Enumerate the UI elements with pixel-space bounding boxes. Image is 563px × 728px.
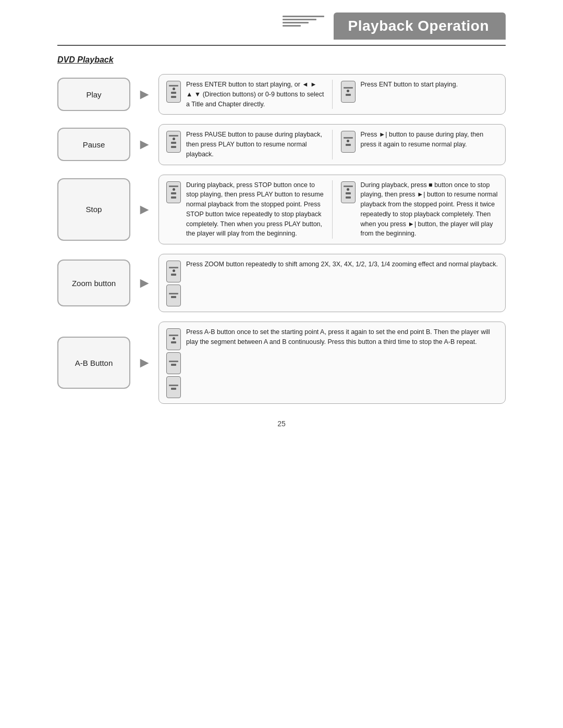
play-divider	[332, 80, 333, 109]
stop-right-text: During playback, press ■ button once to …	[361, 180, 499, 239]
page-title: Playback Operation	[334, 13, 506, 40]
ab-info-left: Press A-B button once to set the startin…	[165, 327, 499, 398]
section-title: DVD Playback	[57, 55, 506, 65]
play-info-left: Press ENTER button to start playing, or …	[165, 80, 325, 109]
play-arrow: ►	[130, 86, 158, 103]
pause-right-text: Press ►| button to pause during play, th…	[361, 130, 499, 150]
ab-info-box: Press A-B button once to set the startin…	[158, 322, 506, 404]
stop-remote-icon-right	[340, 180, 357, 203]
ab-button-box: A-B Button	[57, 337, 130, 389]
zoom-info-box: Press ZOOM button repeatedly to shift am…	[158, 254, 506, 312]
zoom-arrow: ►	[130, 275, 158, 291]
zoom-left-text: Press ZOOM button repeatedly to shift am…	[186, 260, 499, 269]
pause-divider	[332, 130, 333, 159]
play-row: Play ► Press ENTER button to start playi…	[57, 74, 506, 115]
zoom-info-left: Press ZOOM button repeatedly to shift am…	[165, 260, 499, 306]
page-number: 25	[57, 419, 506, 428]
stop-info-right: During playback, press ■ button once to …	[340, 180, 499, 239]
ab-arrow: ►	[130, 354, 158, 371]
stop-divider	[332, 180, 333, 239]
header-lines	[283, 16, 324, 28]
pause-arrow: ►	[130, 136, 158, 153]
ab-remote-icon	[165, 327, 182, 398]
stop-left-text: During playback, press STOP button once …	[186, 180, 325, 239]
stop-button-box: Stop	[57, 178, 130, 241]
zoom-label: Zoom button	[72, 279, 116, 288]
ab-label: A-B Button	[75, 359, 113, 367]
stop-arrow: ►	[130, 201, 158, 218]
ab-row: A-B Button ►	[57, 322, 506, 404]
pause-left-text: Press PAUSE button to pause during playb…	[186, 130, 325, 159]
ab-left-text: Press A-B button once to set the startin…	[186, 327, 499, 347]
play-right-text: Press ENT button to start playing.	[361, 80, 499, 90]
stop-row: Stop ► During playback, press STOP butto…	[57, 175, 506, 245]
play-remote-icon-left	[165, 80, 182, 103]
stop-label: Stop	[86, 205, 102, 214]
zoom-button-box: Zoom button	[57, 260, 130, 306]
zoom-row: Zoom button ►	[57, 254, 506, 312]
play-info-box: Press ENTER button to start playing, or …	[158, 74, 506, 115]
play-info-right: Press ENT button to start playing.	[340, 80, 499, 103]
pause-info-box: Press PAUSE button to pause during playb…	[158, 124, 506, 165]
play-remote-icon-right	[340, 80, 357, 103]
pause-remote-icon-right	[340, 130, 357, 153]
stop-info-left: During playback, press STOP button once …	[165, 180, 325, 239]
header: Playback Operation	[57, 0, 506, 46]
zoom-remote-icon	[165, 260, 182, 306]
pause-label: Pause	[83, 140, 105, 149]
page: Playback Operation DVD Playback Play ► P…	[0, 0, 563, 728]
pause-info-left: Press PAUSE button to pause during playb…	[165, 130, 325, 159]
pause-info-right: Press ►| button to pause during play, th…	[340, 130, 499, 153]
stop-info-box: During playback, press STOP button once …	[158, 175, 506, 245]
play-left-text: Press ENTER button to start playing, or …	[186, 80, 325, 109]
pause-button-box: Pause	[57, 128, 130, 161]
stop-remote-icon-left	[165, 180, 182, 203]
pause-remote-icon-left	[165, 130, 182, 153]
pause-row: Pause ► Press PAUSE button to pause duri…	[57, 124, 506, 165]
play-label: Play	[86, 90, 101, 99]
play-button-box: Play	[57, 78, 130, 111]
